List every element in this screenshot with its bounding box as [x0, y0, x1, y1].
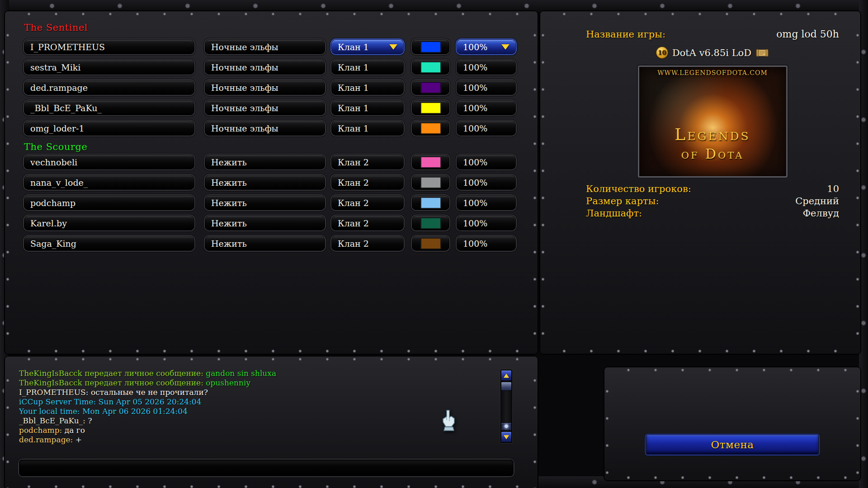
team-select-value: Клан 2	[338, 239, 369, 249]
team-select: Клан 1	[331, 121, 404, 136]
chat-input[interactable]	[19, 460, 514, 476]
player-row: ded.rampage Ночные эльфы Клан 1 100%	[24, 80, 532, 95]
team-select-value: Клан 2	[338, 178, 369, 188]
scroll-up-button[interactable]	[501, 370, 512, 381]
chat-message-segment: TheKingIsBacck передает личное сообщение…	[19, 369, 206, 378]
player-slots-panel: The Sentinel I_PROMETHEUS Ночные эльфы К…	[10, 16, 533, 349]
player-color-swatch	[421, 218, 441, 229]
team-rows: I_PROMETHEUS Ночные эльфы Клан 1 100% se…	[24, 39, 532, 136]
race-field: Ночные эльфы	[205, 121, 325, 136]
race-field: Ночные эльфы	[205, 100, 325, 115]
team-select: Клан 2	[331, 175, 404, 190]
player-row: sestra_Miki Ночные эльфы Клан 1 100%	[24, 60, 532, 75]
team-select-value: Клан 2	[338, 198, 369, 208]
handicap-select: 100%	[457, 60, 516, 75]
scroll-thumb[interactable]	[501, 382, 512, 391]
arrow-down-icon	[504, 435, 509, 439]
handicap-select-value: 100%	[463, 157, 487, 167]
color-select	[412, 155, 449, 169]
color-select	[412, 216, 449, 230]
chat-message-segment: gandon sin shluxa	[206, 369, 276, 378]
player-name-field: I_PROMETHEUS	[24, 39, 194, 54]
chat-message-segment: I_PROMETHEUS:	[19, 388, 91, 397]
player-color-swatch	[421, 42, 441, 52]
metal-edge-right	[859, 0, 868, 488]
team-select-value: Клан 1	[338, 123, 369, 133]
handicap-select-value: 100%	[463, 218, 487, 228]
handicap-select[interactable]: 100%	[457, 39, 516, 54]
handicap-select: 100%	[457, 155, 516, 169]
chat-message-segment: _Bbl_BcE_PaKu_:	[19, 416, 88, 425]
chat-scrollbar[interactable]	[500, 370, 512, 443]
player-row: omg_loder-1 Ночные эльфы Клан 1 100%	[24, 121, 532, 136]
team-rows: vechnobeli Нежить Клан 2 100% nana_v_lod…	[24, 155, 532, 251]
map-scroll-icon	[756, 48, 769, 58]
chat-message: podchamp: да го	[19, 426, 495, 435]
player-name-field: ded.rampage	[24, 80, 194, 95]
game-name-value: omg lod 50h	[776, 28, 839, 41]
team-select-value: Клан 2	[338, 157, 369, 167]
chat-message: _Bbl_BcE_PaKu_: ?	[19, 416, 495, 426]
handicap-select: 100%	[457, 236, 516, 251]
team-select-value: Клан 1	[338, 62, 369, 72]
race-field: Нежить	[205, 236, 325, 251]
chat-message-segment: Your local time: Mon Apr 06 2026 01:24:0…	[19, 407, 188, 416]
color-select[interactable]	[412, 39, 449, 54]
color-select	[412, 175, 449, 190]
player-color-swatch	[421, 103, 441, 113]
handicap-select: 100%	[457, 80, 516, 95]
player-name-field: vechnobeli	[24, 155, 194, 169]
cancel-button[interactable]: Отмена	[646, 435, 819, 455]
map-preview-image: www.LegendsOfDota.com Legends of Dota	[638, 66, 788, 178]
player-row: _Bbl_BcE_PaKu_ Ночные эльфы Клан 1 100%	[24, 100, 532, 115]
team-block: The Scourge vechnobeli Нежить Клан 2 100…	[24, 141, 532, 251]
handicap-select-value: 100%	[463, 178, 487, 188]
player-name-field: nana_v_lode_	[24, 175, 194, 190]
players-count-row: Количество игроков: 10	[586, 183, 839, 195]
terrain-value: Фелвуд	[803, 207, 839, 220]
team-select[interactable]: Клан 1	[331, 39, 404, 54]
race-field: Ночные эльфы	[205, 39, 325, 54]
color-select	[412, 236, 449, 251]
chat-message-segment: podchamp:	[19, 426, 65, 435]
team-header: The Sentinel	[24, 22, 532, 33]
dropdown-arrow-icon	[501, 44, 509, 50]
map-size-row: Размер карты: Средний	[586, 195, 839, 207]
metal-edge-top	[0, 0, 868, 12]
handicap-select: 100%	[457, 121, 516, 136]
chat-message: ded.rampage: +	[19, 435, 495, 445]
player-name-field: Saga_King	[24, 236, 194, 251]
chat-message-segment: остальные че не прочитали?	[91, 388, 208, 397]
terrain-row: Ландшафт: Фелвуд	[586, 207, 839, 220]
players-count-label: Количество игроков:	[586, 183, 691, 195]
team-select-value: Клан 1	[338, 83, 369, 93]
player-name-field: podchamp	[24, 195, 194, 210]
scroll-down-button[interactable]	[501, 432, 512, 442]
team-block: The Sentinel I_PROMETHEUS Ночные эльфы К…	[24, 22, 532, 136]
team-select: Клан 1	[331, 100, 404, 115]
map-site-text: www.LegendsOfDota.com	[639, 69, 786, 76]
handicap-select: 100%	[457, 216, 516, 230]
player-row: nana_v_lode_ Нежить Клан 2 100%	[24, 175, 532, 190]
scroll-track[interactable]	[501, 391, 512, 422]
color-select	[412, 100, 449, 115]
map-logo-line2: of Dota	[639, 146, 786, 162]
cancel-panel: Отмена	[609, 372, 855, 475]
race-field: Нежить	[205, 216, 325, 230]
chat-panel: TheKingIsBacck передает личное сообщение…	[10, 361, 533, 484]
player-color-swatch	[421, 197, 441, 208]
terrain-label: Ландшафт:	[586, 207, 642, 220]
chat-message: I_PROMETHEUS: остальные че не прочитали?	[19, 388, 495, 397]
team-select-value: Клан 2	[338, 218, 369, 228]
player-row: Karel.by Нежить Клан 2 100%	[24, 216, 532, 230]
chat-message-segment: ded.rampage:	[19, 435, 75, 444]
players-count-value: 10	[827, 183, 839, 195]
team-select: Клан 1	[331, 80, 404, 95]
team-select: Клан 1	[331, 60, 404, 75]
chat-message-segment: opushenniy	[206, 378, 250, 387]
game-info-panel: Название игры: omg lod 50h 10 DotA v6.85…	[545, 16, 855, 349]
scroll-knob-button[interactable]	[501, 422, 512, 431]
team-select: Клан 2	[331, 216, 404, 230]
chat-message-segment: TheKingIsBacck передает личное сообщение…	[19, 378, 206, 387]
race-field: Нежить	[205, 195, 325, 210]
